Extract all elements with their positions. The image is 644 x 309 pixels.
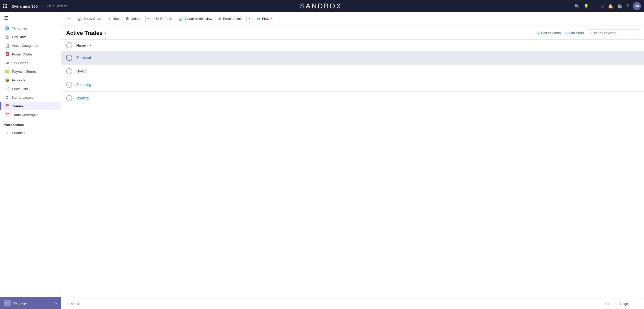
postal-codes-icon: 📮 [5, 52, 9, 56]
settings-gear-icon[interactable]: ⚙️ [617, 4, 622, 9]
email-link-button[interactable]: ✉ Email a Link [216, 15, 244, 22]
first-page-button[interactable]: ⏮ [604, 301, 610, 306]
record-link-roofing[interactable]: Roofing [76, 96, 89, 100]
org-units-icon: 🏢 [5, 35, 9, 39]
sidebar-item-asset-categories[interactable]: 📋 Asset Categories [0, 41, 61, 50]
view-actions: ⊞ Edit columns ▽ Edit filters [537, 30, 639, 36]
view-header: Active Trades ∨ ⊞ Edit columns ▽ Edit fi… [61, 25, 644, 40]
not-to-exceed-icon: 🗒 [5, 95, 9, 99]
name-column-header[interactable]: Name ↑ ∨ [76, 43, 91, 47]
trade-coverages-icon: 📅 [5, 113, 9, 117]
flow-icon: ≫ [257, 17, 261, 21]
top-nav-icons: 🔍 💡 ＋ ▽ 🔔 ⚙️ ? BD [575, 2, 641, 10]
record-link-electrical[interactable]: Electrical [76, 56, 91, 60]
select-all-checkbox[interactable] [66, 42, 72, 48]
refresh-icon: ↻ [156, 17, 159, 21]
filter-keyword-input[interactable] [588, 30, 639, 36]
toolbar-divider-3 [246, 16, 247, 22]
priorities-icon: ↕ [5, 130, 9, 135]
hamburger-icon[interactable]: ☰ [0, 12, 61, 24]
sandbox-label: SANDBOX [70, 2, 571, 10]
refresh-button[interactable]: ↻ Refresh [153, 15, 175, 22]
payment-terms-icon: 💳 [5, 69, 9, 73]
email-chevron-icon[interactable]: ▾ [249, 17, 250, 20]
toolbar-divider-2 [151, 16, 151, 22]
filter-funnel-icon: ▽ [565, 31, 568, 35]
table-footer: 1 - 4 of 4 ⏮ ← Page 1 → [61, 298, 644, 309]
record-link-hvac[interactable]: HVAC [76, 69, 86, 73]
flow-button[interactable]: ≫ Flow ▾ [254, 15, 275, 22]
record-link-plumbing[interactable]: Plumbing [76, 83, 91, 87]
next-page-button[interactable]: → [633, 301, 639, 306]
sidebar-item-not-to-exceed[interactable]: 🗒 Not-to-exceed [0, 93, 61, 102]
sidebar-item-trade-coverages[interactable]: 📅 Trade Coverages [0, 110, 61, 119]
content-area: ← 📊 Show Chart ＋ New 🗑 Delete ▾ ↻ Refres… [61, 12, 644, 309]
settings-chevron-icon: ◇ [55, 302, 57, 305]
show-chart-button[interactable]: 📊 Show Chart [75, 15, 104, 22]
view-title[interactable]: Active Trades ∨ [66, 30, 107, 36]
visualize-icon: 📊 [178, 17, 183, 21]
flow-chevron-icon: ▾ [270, 17, 272, 20]
table-header-row: Name ↑ ∨ [61, 40, 644, 51]
table-row[interactable]: Plumbing [61, 78, 644, 92]
sidebar-item-payment-terms[interactable]: 💳 Payment Terms [0, 67, 61, 76]
delete-chevron-icon[interactable]: ▾ [148, 17, 149, 20]
new-button[interactable]: ＋ New [105, 15, 122, 22]
row-checkbox-electrical[interactable] [66, 55, 72, 61]
toolbar-divider-1 [145, 16, 146, 22]
sidebar: ☰ 🌐 Territories 🏢 Org Units 📋 Asset Cate… [0, 12, 61, 309]
email-icon: ✉ [218, 17, 222, 21]
sidebar-item-tax-codes[interactable]: 🗂 Tax Codes [0, 58, 61, 67]
sidebar-item-territories[interactable]: 🌐 Territories [0, 24, 61, 33]
sidebar-item-postal-codes[interactable]: 📮 Postal Codes [0, 50, 61, 58]
prev-page-button[interactable]: ← [612, 301, 618, 306]
sidebar-item-priorities[interactable]: ↕ Priorities [0, 128, 61, 137]
bell-icon[interactable]: 🔔 [608, 4, 613, 9]
edit-filters-button[interactable]: ▽ Edit filters [565, 31, 584, 35]
table-area: Name ↑ ∨ Electrical HVAC Plumbing [61, 40, 644, 298]
table-row[interactable]: Roofing [61, 92, 644, 105]
sidebar-item-products[interactable]: 📦 Products [0, 76, 61, 84]
row-checkbox-hvac[interactable] [66, 68, 72, 74]
columns-icon: ⊞ [537, 31, 540, 35]
page-label: Page 1 [620, 302, 631, 306]
user-avatar[interactable]: BD [633, 2, 641, 10]
asset-categories-icon: 📋 [5, 43, 9, 48]
toolbar: ← 📊 Show Chart ＋ New 🗑 Delete ▾ ↻ Refres… [61, 12, 644, 25]
sidebar-item-trades[interactable]: 📅 Trades [0, 102, 61, 110]
filter-icon[interactable]: ▽ [601, 4, 604, 9]
products-icon: 📦 [5, 78, 9, 82]
sort-ascending-icon: ↑ [87, 44, 88, 47]
help-icon[interactable]: ? [626, 4, 629, 8]
more-options-icon[interactable]: ⋯ [275, 15, 284, 23]
territories-icon: 🌐 [5, 26, 9, 30]
grid-menu-icon[interactable] [3, 4, 7, 8]
back-button[interactable]: ← [65, 15, 74, 22]
lightbulb-icon[interactable]: 💡 [584, 4, 589, 9]
table-row[interactable]: Electrical [61, 51, 644, 65]
brand-name: Dynamics 365 [12, 4, 38, 8]
delete-icon: 🗑 [126, 17, 130, 21]
delete-button[interactable]: 🗑 Delete [123, 15, 143, 22]
sidebar-item-price-lists[interactable]: 📄 Price Lists [0, 84, 61, 93]
sidebar-item-org-units[interactable]: 🏢 Org Units [0, 33, 61, 41]
settings-avatar: S [4, 300, 11, 306]
chart-icon: 📊 [77, 17, 82, 21]
search-icon[interactable]: 🔍 [575, 4, 580, 9]
edit-columns-button[interactable]: ⊞ Edit columns [537, 31, 561, 35]
sort-toggle-icon[interactable]: ∨ [89, 44, 91, 47]
visualize-button[interactable]: 📊 Visualize this view [176, 15, 215, 22]
row-checkbox-roofing[interactable] [66, 95, 72, 101]
plus-icon[interactable]: ＋ [593, 4, 597, 9]
trades-icon: 📅 [5, 104, 9, 108]
price-lists-icon: 📄 [5, 87, 9, 91]
toolbar-divider-4 [252, 16, 252, 22]
main-layout: ☰ 🌐 Territories 🏢 Org Units 📋 Asset Cate… [0, 12, 644, 309]
table-row[interactable]: HVAC [61, 65, 644, 78]
module-name: Field Service [47, 4, 67, 8]
row-checkbox-plumbing[interactable] [66, 82, 72, 88]
view-title-chevron-icon: ∨ [104, 31, 107, 35]
tax-codes-icon: 🗂 [5, 61, 9, 65]
settings-footer[interactable]: S Settings ◇ [0, 297, 61, 309]
work-orders-section-header: Work Orders [0, 119, 61, 128]
